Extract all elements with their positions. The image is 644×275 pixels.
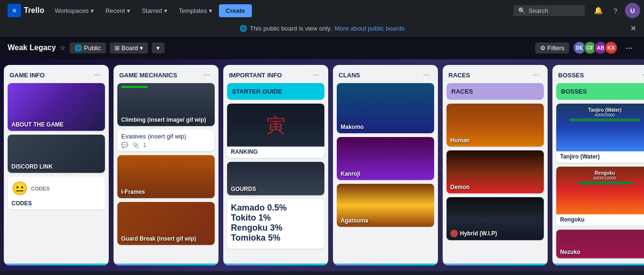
user-avatar[interactable]: U	[625, 3, 640, 18]
card-makomo[interactable]: Makomo	[337, 83, 434, 133]
board-background: GAME INFO ··· ABOUT THE GAME DISCORD LIN…	[0, 59, 644, 271]
column-cards-game-info: ABOUT THE GAME DISCORD LINK 😐 CODES	[4, 83, 109, 264]
hybrid-label: Hybrid (W.I.P)	[460, 230, 497, 237]
starred-menu[interactable]: Starred ▾	[137, 4, 172, 17]
column-title-important: IMPORTANT INFO	[229, 72, 282, 79]
card-starter-guide[interactable]: STARTER GUIDE	[227, 83, 324, 100]
card-climbing[interactable]: Climbing (insert image/ gif wip)	[117, 83, 215, 126]
notification-close-button[interactable]: ✕	[630, 24, 636, 33]
codes-entry-2: Tokito 1%	[231, 213, 321, 223]
comment-icon: 💬	[121, 142, 128, 148]
workspaces-menu[interactable]: Workspaces ▾	[50, 4, 99, 17]
codes-entry-4: Tomioka 5%	[231, 233, 321, 243]
column-title-clans: CLANS	[339, 72, 360, 79]
board-menu-button[interactable]: ···	[622, 41, 636, 55]
search-bar[interactable]: 🔍 Search	[513, 5, 585, 16]
create-button[interactable]: Create	[219, 4, 251, 17]
templates-menu[interactable]: Templates ▾	[174, 4, 217, 17]
races-header-label: RACES	[451, 88, 473, 95]
ranking-label: RANKING	[227, 147, 324, 158]
rengoku-health-bar	[578, 181, 632, 184]
card-human[interactable]: Human	[447, 104, 544, 147]
column-cards-bosses: BOSSES Tanjiro (Water) 4000/5000 Tanjiro…	[552, 83, 644, 264]
card-tanjiro-water[interactable]: Tanjiro (Water) 4000/5000 Tanjiro (Water…	[556, 104, 644, 163]
codes-entry-3: Rengoku 3%	[231, 223, 321, 233]
trello-logo[interactable]: ≡ Trello	[4, 4, 48, 17]
card-races-header[interactable]: RACES	[447, 83, 544, 100]
makomo-label: Makomo	[341, 124, 364, 130]
column-header-races: RACES ···	[443, 65, 548, 83]
column-bosses: BOSSES ··· BOSSES Tanjiro (Water) 4000/5…	[552, 65, 644, 265]
card-guard-break[interactable]: Guard Break (insert gif wip)	[117, 202, 215, 245]
card-demon[interactable]: Demon	[447, 150, 544, 193]
notification-message: This public board is view only.	[250, 25, 332, 32]
column-menu-clans[interactable]: ···	[420, 70, 432, 80]
column-cards-clans: Makomo Kanroji Agatsuma	[333, 83, 438, 264]
star-board-button[interactable]: ☆	[60, 44, 66, 52]
card-evasives-title: Evasives (insert gif wip)	[121, 133, 211, 140]
scroll-hint-clans	[333, 264, 438, 265]
column-menu-races[interactable]: ···	[530, 70, 542, 80]
card-agatsuma[interactable]: Agatsuma	[337, 184, 434, 227]
column-cards-important: STARTER GUIDE 寅 RANKING GOURDS Kamado 0.…	[223, 83, 328, 264]
column-menu-important[interactable]: ···	[311, 70, 322, 80]
card-evasives-body: Evasives (insert gif wip) 💬 📎 1	[117, 130, 215, 151]
agatsuma-label: Agatsuma	[341, 217, 368, 224]
column-game-mechanics: GAME MECHANICS ··· Climbing (insert imag…	[114, 65, 218, 265]
board-members: DE CF AB KX	[573, 41, 618, 54]
card-i-frames[interactable]: I-Frames	[117, 155, 215, 198]
column-title-bosses: BOSSES	[558, 72, 584, 79]
board-view-button[interactable]: ⊞ Board ▾	[110, 42, 148, 53]
tanjiro-health-bar	[569, 118, 641, 121]
filters-button[interactable]: ⚙ Filters	[535, 42, 569, 53]
card-ranking[interactable]: 寅 RANKING	[227, 104, 324, 158]
column-header-mechanics: GAME MECHANICS ···	[114, 65, 218, 83]
column-title-game-info: GAME INFO	[10, 72, 45, 79]
column-menu-bosses[interactable]: ···	[640, 70, 644, 80]
demon-label: Demon	[450, 184, 470, 190]
member-avatar-4[interactable]: KX	[604, 41, 618, 54]
card-discord-link[interactable]: DISCORD LINK	[8, 135, 105, 173]
card-nezuko[interactable]: Nezuko	[556, 230, 644, 258]
trello-logo-icon: ≡	[8, 4, 21, 17]
human-label: Human	[450, 137, 470, 144]
attachment-count: 1	[143, 142, 146, 148]
progress-bar	[121, 86, 148, 88]
codes-meme-icon: 😐	[11, 180, 28, 196]
card-hybrid[interactable]: Hybrid (W.I.P)	[447, 197, 544, 240]
chevron-down-icon: ▾	[164, 7, 167, 14]
visibility-button[interactable]: 🌐 Public	[70, 42, 105, 53]
starter-guide-label: STARTER GUIDE	[232, 88, 282, 95]
help-button[interactable]: ?	[608, 3, 623, 18]
recent-menu[interactable]: Recent ▾	[101, 4, 135, 17]
scroll-hint-races	[443, 264, 548, 265]
card-codes-list[interactable]: Kamado 0.5% Tokito 1% Rengoku 3% Tomioka…	[227, 199, 324, 249]
card-about-the-game[interactable]: ABOUT THE GAME	[8, 83, 105, 131]
more-options-button[interactable]: ▾	[152, 42, 165, 53]
card-kanroji[interactable]: Kanroji	[337, 137, 434, 180]
column-header-game-info: GAME INFO ···	[4, 65, 109, 83]
card-rengoku-boss[interactable]: Rengoku 6000/10000 Rengoku	[556, 167, 644, 226]
card-codes[interactable]: 😐 CODES CODES	[8, 177, 105, 210]
column-cards-mechanics: Climbing (insert image/ gif wip) Evasive…	[114, 83, 218, 264]
tanjiro-hp-bar-container: Tanjiro (Water) 4000/5000	[560, 107, 644, 122]
scroll-hint-bosses	[552, 264, 644, 265]
notifications-button[interactable]: 🔔	[591, 3, 606, 18]
column-menu-mechanics[interactable]: ···	[201, 70, 213, 80]
card-guard-label: Guard Break (insert gif wip)	[121, 235, 196, 242]
public-boards-link[interactable]: More about public boards	[335, 25, 405, 32]
card-bosses-header[interactable]: BOSSES	[556, 83, 644, 100]
search-icon: 🔍	[518, 7, 526, 14]
column-clans: CLANS ··· Makomo Kanroji Agatsuma	[333, 65, 438, 265]
rengoku-card-label: Rengoku	[556, 214, 644, 226]
filter-icon: ⚙	[540, 44, 546, 52]
card-evasives[interactable]: Evasives (insert gif wip) 💬 📎 1	[117, 130, 215, 151]
card-discord-label: DISCORD LINK	[11, 163, 53, 170]
attachment-icon: 📎	[132, 142, 139, 148]
codes-list-body: Kamado 0.5% Tokito 1% Rengoku 3% Tomioka…	[227, 199, 324, 249]
card-about-label: ABOUT THE GAME	[11, 121, 63, 128]
card-gourds[interactable]: GOURDS	[227, 162, 324, 195]
column-title-races: RACES	[448, 72, 470, 79]
bosses-header-label: BOSSES	[561, 88, 587, 95]
column-menu-game-info[interactable]: ···	[91, 70, 103, 80]
